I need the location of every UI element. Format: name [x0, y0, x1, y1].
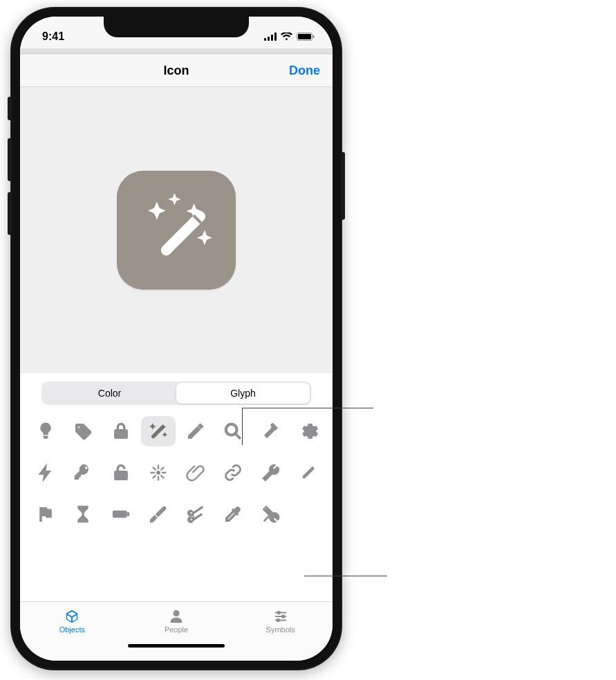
paintbrush-icon[interactable]: [141, 499, 176, 529]
hammer-icon[interactable]: [254, 416, 288, 446]
segment-glyph-label: Glyph: [230, 388, 256, 399]
svg-point-25: [277, 611, 280, 614]
glyph-grid-scroll[interactable]: [20, 413, 333, 601]
wand-icon[interactable]: [141, 416, 176, 446]
svg-line-16: [161, 468, 163, 470]
category-people[interactable]: People: [124, 602, 229, 640]
category-objects-label: Objects: [59, 625, 85, 634]
phone-frame: 9:41 Icon Done: [10, 7, 342, 670]
wifi-icon: [281, 32, 292, 41]
home-indicator[interactable]: [128, 644, 225, 648]
empty-slot: [291, 499, 326, 529]
done-button[interactable]: Done: [289, 64, 320, 78]
glyph-grid: [28, 416, 326, 529]
svg-point-27: [277, 618, 279, 621]
svg-rect-1: [268, 37, 270, 41]
link-icon[interactable]: [216, 457, 250, 488]
magnifier-icon[interactable]: [216, 416, 250, 446]
icon-preview: [117, 171, 236, 290]
svg-rect-2: [271, 35, 273, 41]
scissors-icon[interactable]: [178, 499, 213, 529]
lightbulb-icon[interactable]: [28, 416, 63, 446]
icon-preview-area: [20, 87, 333, 373]
svg-rect-5: [298, 34, 311, 39]
person-icon: [169, 609, 184, 624]
cellular-icon: [264, 32, 277, 41]
cube-icon: [64, 609, 80, 624]
segmented-row: Color Glyph: [20, 373, 333, 413]
pencil-icon[interactable]: [178, 416, 213, 446]
battery-icon: [297, 32, 315, 41]
svg-rect-19: [302, 466, 314, 478]
battery-glyph-icon[interactable]: [104, 499, 138, 529]
home-indicator-area: [20, 640, 333, 661]
svg-rect-3: [274, 32, 277, 41]
sliders-icon: [273, 609, 288, 624]
category-people-label: People: [165, 625, 188, 634]
notch: [104, 17, 249, 37]
status-indicators: [264, 32, 315, 41]
wrench-icon[interactable]: [254, 457, 288, 488]
tag-icon[interactable]: [66, 416, 100, 446]
svg-rect-0: [264, 38, 266, 41]
category-symbols[interactable]: Symbols: [228, 602, 333, 640]
previous-view-strip: [20, 48, 333, 54]
wand-sparkles-icon: [132, 186, 221, 274]
volume-down-button: [8, 192, 10, 235]
nav-title: Icon: [163, 64, 189, 78]
category-objects[interactable]: Objects: [20, 602, 124, 640]
status-time: 9:41: [42, 30, 64, 43]
mute-switch: [8, 97, 10, 120]
category-tab-bar: Objects People Symbols: [20, 601, 333, 640]
svg-rect-6: [313, 35, 315, 38]
lock-open-icon[interactable]: [104, 457, 138, 488]
svg-point-18: [157, 471, 160, 475]
hourglass-icon[interactable]: [66, 499, 100, 529]
color-glyph-segmented: Color Glyph: [41, 381, 311, 405]
svg-rect-20: [113, 511, 127, 517]
svg-line-17: [153, 475, 155, 478]
tools-icon[interactable]: [254, 499, 288, 529]
nav-bar: Icon Done: [20, 54, 333, 87]
lock-icon[interactable]: [104, 416, 138, 446]
segment-glyph[interactable]: Glyph: [176, 383, 310, 404]
svg-rect-7: [159, 209, 208, 258]
phone-screen: 9:41 Icon Done: [20, 17, 333, 661]
segment-color-label: Color: [98, 388, 121, 399]
volume-up-button: [8, 138, 10, 181]
bolt-icon[interactable]: [28, 457, 63, 488]
eyedropper-icon[interactable]: [216, 499, 250, 529]
gear-icon[interactable]: [291, 416, 326, 446]
svg-rect-21: [127, 513, 129, 516]
paperclip-icon[interactable]: [178, 457, 213, 488]
sparkle-icon[interactable]: [141, 457, 176, 488]
slash-icon[interactable]: [291, 457, 326, 488]
segment-color[interactable]: Color: [43, 383, 176, 404]
key-icon[interactable]: [66, 457, 100, 488]
flag-icon[interactable]: [28, 499, 63, 529]
category-symbols-label: Symbols: [266, 625, 295, 634]
svg-point-26: [282, 615, 285, 618]
svg-line-14: [153, 468, 155, 470]
svg-line-15: [161, 475, 163, 478]
power-button: [342, 152, 345, 220]
